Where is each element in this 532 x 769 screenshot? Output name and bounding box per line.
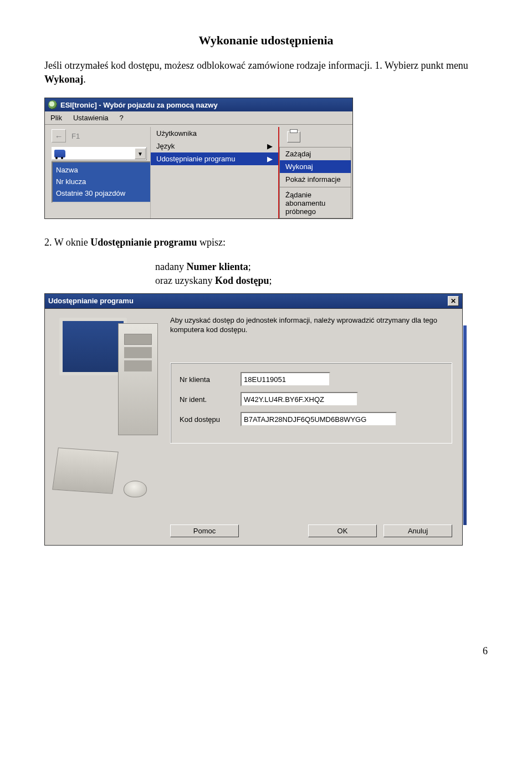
submenu-item-label: Zażądaj bbox=[285, 150, 311, 158]
f1-label: F1 bbox=[71, 132, 80, 140]
submenu-trial-request[interactable]: Żądanie abonamentu próbnego bbox=[280, 189, 351, 218]
menu-item-label: Język bbox=[156, 142, 175, 150]
list-item[interactable]: Ostatnie 30 pojazdów bbox=[56, 188, 150, 200]
page-heading: Wykonanie udostępnienia bbox=[44, 33, 488, 48]
input-nr-klienta[interactable] bbox=[241, 372, 330, 386]
menu-item-user[interactable]: Użytkownika bbox=[151, 127, 278, 140]
car-icon bbox=[54, 150, 65, 157]
pc-tower-icon bbox=[118, 323, 158, 435]
vehicle-criteria-list: Nazwa Nr klucza Ostatnie 30 pojazdów bbox=[52, 161, 155, 202]
step2-prefix: 2. W oknie bbox=[44, 237, 90, 248]
dialog-title: Udostępnianie programu bbox=[48, 297, 134, 305]
window-title: ESI[tronic] - Wybór pojazdu za pomocą na… bbox=[60, 101, 218, 109]
ok-button[interactable]: OK bbox=[308, 524, 377, 537]
step2-line1b-bold: Numer klienta bbox=[186, 261, 248, 272]
list-item[interactable]: Nazwa bbox=[56, 165, 150, 176]
back-button[interactable]: ← bbox=[52, 129, 66, 142]
label-nr-ident: Nr ident. bbox=[180, 395, 241, 404]
menu-help[interactable]: ? bbox=[114, 113, 129, 123]
help-button[interactable]: Pomoc bbox=[170, 524, 239, 537]
menu-item-label: Użytkownika bbox=[156, 129, 197, 137]
input-nr-ident[interactable] bbox=[241, 392, 358, 406]
step2-bold: Udostępnianie programu bbox=[90, 237, 197, 248]
cancel-button[interactable]: Anuluj bbox=[383, 524, 452, 537]
monitor-icon bbox=[59, 318, 127, 375]
step2-line2a: oraz uzyskany bbox=[155, 275, 215, 286]
intro-bold: Wykonaj bbox=[44, 74, 83, 85]
access-code-fieldset: Nr klienta Nr ident. Kod dostępu bbox=[170, 363, 452, 444]
close-button[interactable]: ✕ bbox=[448, 296, 459, 306]
step2-line1a: nadany bbox=[155, 261, 186, 272]
intro-paragraph: Jeśli otrzymałeś kod dostępu, możesz odb… bbox=[44, 59, 488, 86]
list-item[interactable]: Nr klucza bbox=[56, 176, 150, 188]
intro-text: Jeśli otrzymałeś kod dostępu, możesz odb… bbox=[44, 60, 468, 71]
submenu-perform[interactable]: Wykonaj bbox=[280, 160, 351, 173]
computer-illustration bbox=[55, 318, 160, 506]
step2-list: nadany Numer klienta; oraz uzyskany Kod … bbox=[155, 260, 488, 288]
submenu-request[interactable]: Zażądaj bbox=[280, 147, 351, 160]
chevron-down-icon: ▼ bbox=[135, 148, 146, 159]
cd-icon bbox=[48, 100, 57, 109]
chevron-right-icon: ▶ bbox=[267, 142, 273, 150]
step2-line1c: ; bbox=[248, 261, 251, 272]
label-nr-klienta: Nr klienta bbox=[180, 375, 241, 384]
step2-suffix: wpisz: bbox=[197, 237, 226, 248]
input-kod-dostepu[interactable] bbox=[241, 412, 397, 426]
mouse-icon bbox=[124, 481, 147, 497]
menu-ustawienia[interactable]: Ustawienia bbox=[68, 113, 114, 123]
step2-line2c: ; bbox=[269, 275, 272, 286]
menu-item-label: Udostępnianie programu bbox=[156, 155, 235, 163]
screenshot-esi-window: ESI[tronic] - Wybór pojazdu za pomocą na… bbox=[44, 98, 353, 219]
submenu-item-label: Wykonaj bbox=[285, 162, 313, 171]
step2-paragraph: 2. W oknie Udostępnianie programu wpisz: bbox=[44, 236, 488, 249]
submenu-item-label: Żądanie abonamentu próbnego bbox=[285, 191, 345, 216]
decorative-right-edge bbox=[463, 325, 467, 525]
page-number: 6 bbox=[44, 645, 488, 657]
screenshot-share-dialog: Udostępnianie programu ✕ Aby uzyskać dos… bbox=[44, 293, 463, 546]
menu-item-share-program[interactable]: Udostępnianie programu ▶ bbox=[151, 152, 278, 165]
intro-after: . bbox=[83, 74, 86, 85]
share-submenu: Zażądaj Wykonaj Pokaż informacje Żądanie… bbox=[279, 147, 351, 218]
vehicle-type-dropdown[interactable]: ▼ bbox=[52, 147, 147, 160]
print-icon[interactable] bbox=[287, 131, 300, 142]
window-titlebar: ESI[tronic] - Wybór pojazdu za pomocą na… bbox=[45, 98, 352, 111]
submenu-item-label: Pokaż informacje bbox=[285, 175, 341, 184]
menu-item-language[interactable]: Język ▶ bbox=[151, 140, 278, 152]
label-kod-dostepu: Kod dostępu bbox=[180, 415, 241, 424]
menubar: Plik Ustawienia ? bbox=[45, 111, 352, 125]
dialog-titlebar: Udostępnianie programu ✕ bbox=[44, 293, 463, 309]
menu-plik[interactable]: Plik bbox=[45, 113, 68, 123]
menu-separator bbox=[280, 187, 351, 187]
settings-dropdown-menu: Użytkownika Język ▶ Udostępnianie progra… bbox=[150, 127, 278, 218]
submenu-show-info[interactable]: Pokaż informacje bbox=[280, 173, 351, 186]
dialog-instruction: Aby uzyskać dostęp do jednostek informac… bbox=[170, 315, 452, 335]
keyboard-icon bbox=[52, 447, 119, 494]
chevron-right-icon: ▶ bbox=[267, 155, 273, 163]
step2-line2b-bold: Kod dostępu bbox=[215, 275, 269, 286]
